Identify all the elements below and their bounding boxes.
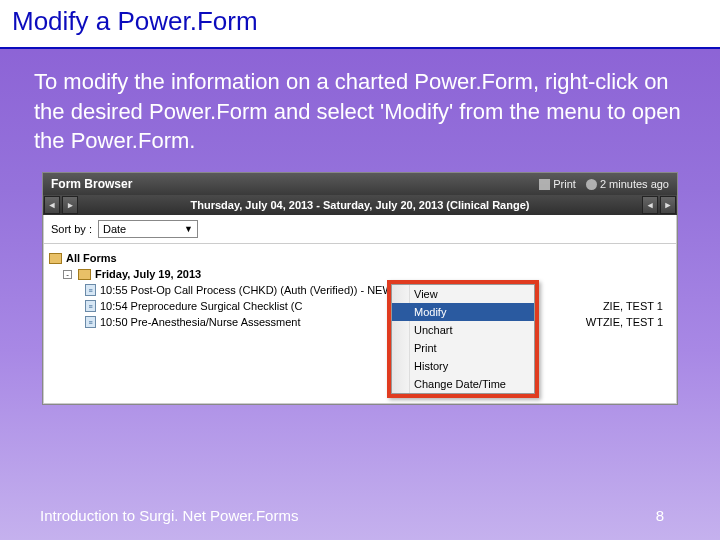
date-range-bar: ◄ ▸ Thursday, July 04, 2013 - Saturday, … [43, 195, 677, 215]
ctx-label: Change Date/Time [414, 378, 506, 390]
ctx-print[interactable]: Print [392, 339, 534, 357]
chevron-down-icon: ▼ [184, 224, 193, 234]
ctx-label: Unchart [414, 324, 453, 336]
tree-root-label: All Forms [66, 252, 117, 264]
tree-day-label: Friday, July 19, 2013 [95, 268, 201, 280]
sort-dropdown[interactable]: Date ▼ [98, 220, 198, 238]
form-entry[interactable]: ≡ 10:55 Post-Op Call Process (CHKD) (Aut… [49, 282, 671, 298]
refresh-indicator[interactable]: 2 minutes ago [586, 178, 669, 190]
ctx-unchart[interactable]: Unchart [392, 321, 534, 339]
date-range-text: Thursday, July 04, 2013 - Saturday, July… [79, 199, 641, 211]
print-icon [539, 179, 550, 190]
tree-root[interactable]: All Forms [49, 250, 671, 266]
nav-next-button[interactable]: ◂ [642, 196, 658, 214]
form-entry[interactable]: ≡ 10:50 Pre-Anesthesia/Nurse Assessment … [49, 314, 671, 330]
form-entry[interactable]: ≡ 10:54 Preprocedure Surgical Checklist … [49, 298, 671, 314]
print-label: Print [553, 178, 576, 190]
form-entry-extra: WTZIE, TEST 1 [586, 316, 663, 328]
slide-footer: Introduction to Surgi. Net Power.Forms 8 [0, 507, 720, 524]
slide-instructions: To modify the information on a charted P… [0, 49, 720, 172]
ctx-label: Print [414, 342, 437, 354]
ctx-label: Modify [414, 306, 446, 318]
footer-text: Introduction to Surgi. Net Power.Forms [40, 507, 298, 524]
sort-row: Sort by : Date ▼ [43, 215, 677, 244]
form-icon: ≡ [85, 284, 96, 296]
form-browser-window: Form Browser Print 2 minutes ago ◄ ▸ Thu… [42, 172, 678, 405]
nav-prev-fast-button[interactable]: ◄ [44, 196, 60, 214]
print-button[interactable]: Print [539, 178, 576, 190]
folder-icon [78, 269, 91, 280]
clock-icon [586, 179, 597, 190]
ctx-label: History [414, 360, 448, 372]
form-entry-label: 10:50 Pre-Anesthesia/Nurse Assessment [100, 316, 301, 328]
forms-tree: All Forms - Friday, July 19, 2013 ≡ 10:5… [43, 244, 677, 404]
ctx-history[interactable]: History [392, 357, 534, 375]
folder-icon [49, 253, 62, 264]
collapse-icon[interactable]: - [63, 270, 72, 279]
tree-day[interactable]: - Friday, July 19, 2013 [49, 266, 671, 282]
form-entry-extra: ZIE, TEST 1 [603, 300, 663, 312]
form-icon: ≡ [85, 316, 96, 328]
form-browser-title: Form Browser [51, 177, 132, 191]
form-icon: ≡ [85, 300, 96, 312]
slide-title: Modify a Power.Form [12, 6, 708, 37]
page-number: 8 [656, 507, 664, 524]
nav-prev-button[interactable]: ▸ [62, 196, 78, 214]
sort-value: Date [103, 223, 126, 235]
refresh-label: 2 minutes ago [600, 178, 669, 190]
ctx-modify[interactable]: Modify [392, 303, 534, 321]
form-browser-header: Form Browser Print 2 minutes ago [43, 173, 677, 195]
ctx-view[interactable]: View [392, 285, 534, 303]
nav-next-fast-button[interactable]: ► [660, 196, 676, 214]
ctx-label: View [414, 288, 438, 300]
sort-label: Sort by : [51, 223, 92, 235]
slide-title-bar: Modify a Power.Form [0, 0, 720, 49]
ctx-change-date[interactable]: Change Date/Time [392, 375, 534, 393]
context-menu: View Modify Unchart Print History Change… [387, 280, 539, 398]
form-entry-label: 10:54 Preprocedure Surgical Checklist (C [100, 300, 302, 312]
